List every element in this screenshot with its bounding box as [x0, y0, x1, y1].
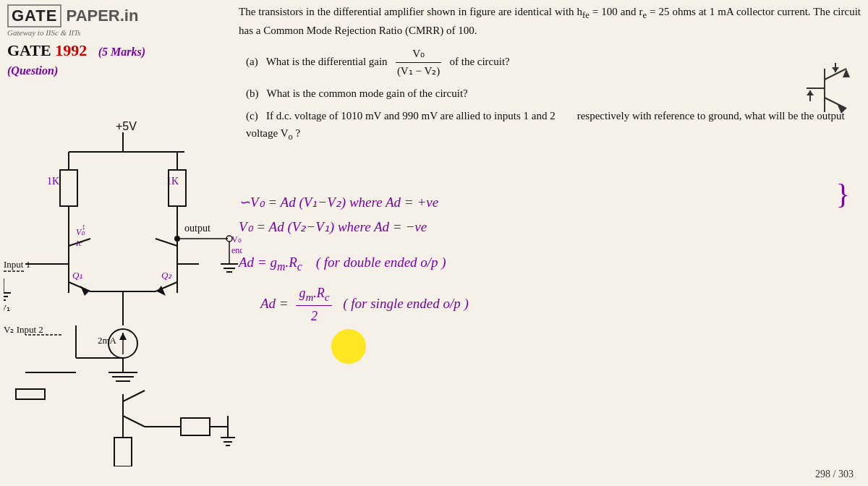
solution-bracket: }: [836, 177, 850, 211]
svg-rect-15: [60, 170, 77, 206]
svg-line-24: [69, 282, 90, 291]
svg-rect-61: [181, 418, 210, 435]
circuit-area: +5V 1K 1K Q₁ Q₂: [4, 112, 242, 466]
gate-label: GATE: [7, 41, 55, 59]
svg-marker-3: [837, 103, 846, 114]
logo-paper-text: PAPER.in: [61, 7, 138, 25]
svg-marker-48: [119, 333, 127, 340]
svg-text:2mA: 2mA: [98, 335, 117, 346]
solution-line-4: Ad = gm.Rc 2 ( for single ended o/p ): [239, 283, 861, 327]
svg-text:Q₂: Q₂: [161, 270, 172, 281]
transistor-sketch: [792, 61, 857, 127]
circuit-svg: +5V 1K 1K Q₁ Q₂: [4, 112, 242, 466]
header: GATE PAPER.in Gateway to IISc & IITs GAT…: [0, 0, 159, 83]
svg-text:Q₁: Q₁: [72, 270, 82, 281]
page-number: 298 / 303: [815, 469, 854, 480]
part-a: (a) What is the differential gain V₀ (V₁…: [239, 46, 861, 80]
svg-text:V₁: V₁: [4, 302, 10, 313]
part-b: (b) What is the common mode gain of the …: [239, 85, 861, 102]
solution-wrapper: ∽V₀ = Ad (V₁−V₂) where Ad = +ve V₀ = Ad …: [239, 192, 861, 327]
solution-line-3: Ad = gm.Rc ( for double ended o/p ): [239, 252, 861, 276]
svg-text:V₂ Input 2: V₂ Input 2: [4, 324, 43, 335]
solution-line-1: ∽V₀ = Ad (V₁−V₂) where Ad = +ve: [239, 192, 861, 213]
part-c: (c) If d.c. voltage of 1010 mV and 990 m…: [239, 108, 861, 144]
svg-marker-7: [832, 67, 839, 72]
svg-marker-25: [80, 286, 89, 296]
svg-text:Input 1: Input 1: [4, 259, 30, 270]
svg-point-75: [174, 236, 180, 242]
gate-year-line: GATE 1992 (5 Marks)(Question): [7, 41, 152, 79]
logo-gate-box: GATE: [7, 4, 61, 27]
svg-marker-9: [807, 90, 814, 95]
svg-rect-56: [16, 389, 45, 399]
svg-line-28: [156, 239, 177, 246]
logo-subtitle: Gateway to IISc & IITs: [7, 28, 152, 37]
solution-area: ∽V₀ = Ad (V₁−V₂) where Ad = +ve V₀ = Ad …: [239, 184, 861, 464]
svg-text:output: output: [184, 223, 210, 234]
solution-block-1: ∽V₀ = Ad (V₁−V₂) where Ad = +ve V₀ = Ad …: [239, 192, 861, 239]
svg-text:Ic: Ic: [75, 239, 82, 247]
solution-line-2: V₀ = Ad (V₂−V₁) where Ad = −ve: [239, 216, 861, 238]
logo-area: GATE PAPER.in Gateway to IISc & IITs: [7, 4, 152, 37]
svg-text:+5V: +5V: [116, 120, 137, 132]
part-a-fraction: V₀ (V₁ − V₂): [396, 46, 441, 80]
svg-rect-68: [114, 438, 132, 466]
svg-line-59: [123, 416, 145, 427]
svg-line-58: [123, 391, 145, 401]
question-intro: The transistors in the differential ampl…: [239, 4, 861, 40]
question-area: The transistors in the differential ampl…: [239, 4, 861, 144]
solution-block-2: Ad = gm.Rc ( for double ended o/p ) Ad =…: [239, 252, 861, 328]
svg-text:↕: ↕: [82, 222, 86, 231]
gate-year-number: 1992: [55, 41, 87, 59]
svg-text:1K: 1K: [47, 176, 59, 187]
